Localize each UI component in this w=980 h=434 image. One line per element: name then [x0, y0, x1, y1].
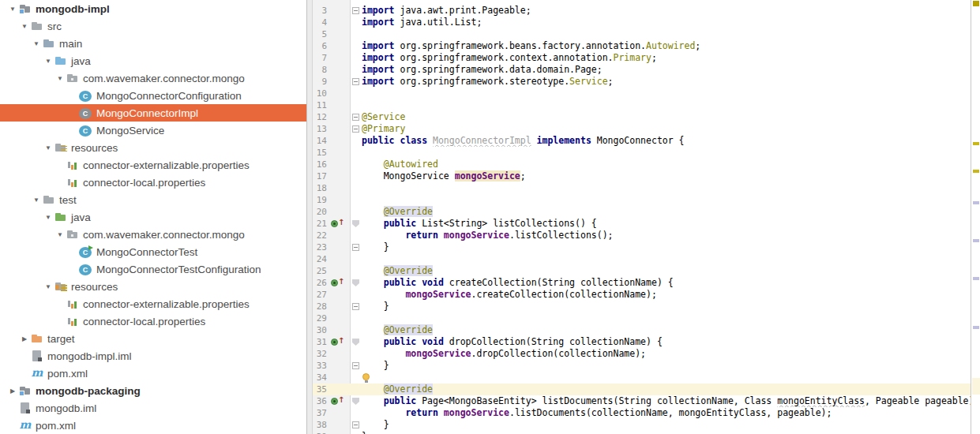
- fold-marker-icon[interactable]: [352, 279, 359, 286]
- overrides-method-icon[interactable]: [331, 220, 338, 227]
- tree-item[interactable]: mongodb.iml: [0, 399, 306, 417]
- line-number[interactable]: 25: [313, 265, 327, 277]
- line-number[interactable]: 14: [313, 135, 327, 147]
- code-text[interactable]: mongoService.dropCollection(collectionNa…: [362, 348, 971, 360]
- line-number[interactable]: 16: [313, 159, 327, 170]
- code-text[interactable]: @Override: [362, 265, 971, 277]
- fold-marker-icon[interactable]: [352, 303, 359, 310]
- fold-marker-icon[interactable]: [352, 125, 359, 133]
- line-number[interactable]: 12: [313, 111, 327, 123]
- line-number[interactable]: 3: [313, 5, 327, 17]
- line-number[interactable]: 27: [313, 289, 327, 301]
- tree-item[interactable]: CMongoConnectorTest: [0, 243, 306, 260]
- stripe-mark-occurrence[interactable]: [973, 326, 979, 329]
- tree-item[interactable]: ▼resources: [0, 139, 306, 156]
- chevron-right-icon[interactable]: ▶: [6, 387, 19, 395]
- code-text[interactable]: public void createCollection(String coll…: [362, 277, 971, 289]
- tree-item[interactable]: ▶mongodb-packaging: [0, 382, 306, 399]
- tree-item[interactable]: mongodb-impl.iml: [0, 347, 306, 365]
- tree-item[interactable]: CMongoConnectorConfiguration: [0, 87, 306, 104]
- code-text[interactable]: }: [362, 360, 971, 372]
- stripe-mark-occurrence[interactable]: [973, 201, 979, 204]
- chevron-down-icon[interactable]: ▼: [42, 58, 54, 65]
- tree-item[interactable]: ▼com.wavemaker.connector.mongo: [0, 226, 306, 243]
- code-text[interactable]: [362, 88, 971, 99]
- code-text[interactable]: MongoService mongoService;: [362, 170, 971, 182]
- line-number[interactable]: 22: [313, 230, 327, 241]
- code-text[interactable]: import java.util.List;: [362, 17, 971, 28]
- line-number[interactable]: 26: [313, 277, 327, 289]
- stripe-mark-occurrence[interactable]: [973, 277, 979, 280]
- code-text[interactable]: [362, 147, 971, 159]
- tree-item[interactable]: mpom.xml: [0, 417, 306, 434]
- code-text[interactable]: public Page<MongoBaseEntity> listDocumen…: [362, 395, 971, 407]
- line-number[interactable]: 28: [313, 301, 327, 312]
- code-text[interactable]: import org.springframework.beans.factory…: [362, 40, 971, 52]
- line-number[interactable]: 31: [313, 336, 327, 348]
- code-text[interactable]: }: [362, 301, 971, 312]
- code-text[interactable]: public List<String> listCollections() {: [362, 218, 971, 230]
- inspection-status-icon[interactable]: [973, 1, 979, 6]
- fold-marker-icon[interactable]: [352, 398, 359, 405]
- line-number[interactable]: 21: [313, 218, 327, 230]
- fold-marker-icon[interactable]: [352, 7, 359, 14]
- overrides-method-icon[interactable]: [331, 398, 338, 405]
- code-text[interactable]: public class MongoConnectorImpl implemen…: [362, 135, 971, 147]
- line-number[interactable]: 6: [313, 40, 327, 52]
- chevron-down-icon[interactable]: ▼: [18, 23, 31, 30]
- code-text[interactable]: @Override: [362, 206, 971, 218]
- line-number[interactable]: 33: [313, 360, 327, 372]
- tree-item[interactable]: connector-externalizable.properties: [0, 295, 306, 312]
- code-text[interactable]: [362, 194, 971, 206]
- tree-item[interactable]: ▼java: [0, 52, 306, 69]
- tree-item[interactable]: CMongoService: [0, 122, 306, 139]
- tree-item[interactable]: ▼mongodb-impl: [0, 0, 306, 17]
- chevron-down-icon[interactable]: ▼: [54, 231, 66, 238]
- line-number[interactable]: 30: [313, 324, 327, 336]
- chevron-right-icon[interactable]: ▶: [18, 335, 31, 342]
- line-number[interactable]: 17: [313, 170, 327, 182]
- code-text[interactable]: import org.springframework.context.annot…: [362, 52, 971, 64]
- fold-marker-icon[interactable]: [352, 421, 359, 428]
- line-number[interactable]: 10: [313, 88, 327, 99]
- chevron-down-icon[interactable]: ▼: [42, 283, 54, 290]
- code-text[interactable]: import org.springframework.stereotype.Se…: [362, 76, 971, 88]
- line-number[interactable]: 39: [313, 431, 327, 434]
- code-text[interactable]: }: [362, 419, 971, 431]
- line-number[interactable]: 5: [313, 28, 327, 40]
- code-text[interactable]: mongoService.createCollection(collection…: [362, 289, 971, 301]
- code-text[interactable]: return mongoService.listDocuments(collec…: [362, 407, 971, 419]
- line-number[interactable]: 15: [313, 147, 327, 159]
- chevron-down-icon[interactable]: ▼: [54, 75, 66, 82]
- tree-item[interactable]: CMongoConnectorImpl: [0, 104, 306, 122]
- line-number[interactable]: 7: [313, 52, 327, 64]
- line-number[interactable]: 18: [313, 182, 327, 194]
- tree-item[interactable]: ▼src: [0, 17, 306, 35]
- code-text[interactable]: @Override: [362, 383, 971, 395]
- panel-splitter[interactable]: [306, 0, 313, 434]
- code-text[interactable]: return mongoService.listCollections();: [362, 230, 971, 241]
- line-number[interactable]: 35: [313, 383, 327, 395]
- fold-marker-icon[interactable]: [352, 362, 359, 369]
- code-text[interactable]: }: [362, 241, 971, 253]
- code-text[interactable]: import java.awt.print.Pageable;: [362, 5, 971, 17]
- code-text[interactable]: [362, 253, 971, 265]
- stripe-mark-occurrence[interactable]: [973, 239, 979, 242]
- line-number[interactable]: 38: [313, 419, 327, 431]
- line-number[interactable]: 34: [313, 372, 327, 383]
- line-number[interactable]: 29: [313, 312, 327, 324]
- line-number[interactable]: 8: [313, 64, 327, 76]
- tree-item[interactable]: connector-externalizable.properties: [0, 156, 306, 174]
- tree-item[interactable]: ▼com.wavemaker.connector.mongo: [0, 69, 306, 87]
- code-text[interactable]: [362, 28, 971, 40]
- tree-item[interactable]: CMongoConnectorTestConfiguration: [0, 260, 306, 278]
- stripe-mark-current-line[interactable]: [972, 378, 980, 395]
- line-number[interactable]: 13: [313, 123, 327, 135]
- chevron-down-icon[interactable]: ▼: [30, 40, 43, 47]
- line-number[interactable]: 4: [313, 17, 327, 28]
- code-text[interactable]: }: [362, 431, 971, 434]
- code-text[interactable]: import org.springframework.data.domain.P…: [362, 64, 971, 76]
- tree-item[interactable]: ▶target: [0, 330, 306, 347]
- line-number[interactable]: 24: [313, 253, 327, 265]
- tree-item[interactable]: connector-local.properties: [0, 312, 306, 330]
